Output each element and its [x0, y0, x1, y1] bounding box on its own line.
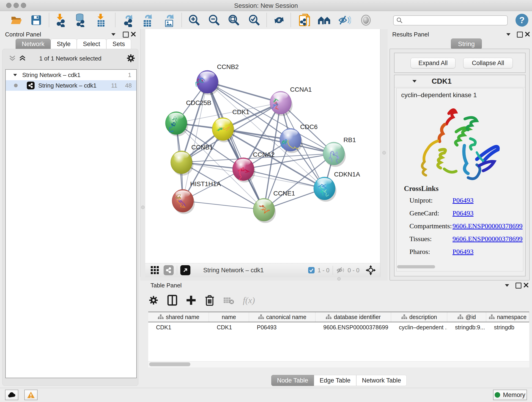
node-table-row[interactable]: CDK1CDK1P064939606.ENSP00000378699cyclin… — [148, 322, 529, 332]
zoom-fit-button[interactable] — [227, 13, 241, 27]
network-row[interactable]: String Network – cdk1 11 48 — [6, 80, 136, 91]
tab-network[interactable]: Network — [16, 39, 51, 49]
node-label-CDC25B[interactable]: CDC25B — [186, 99, 211, 106]
node-label-RB1[interactable]: RB1 — [343, 136, 356, 143]
network-options-gear-icon[interactable] — [126, 54, 135, 63]
string-view-icon[interactable] — [164, 265, 174, 275]
tab-node-table[interactable]: Node Table — [271, 375, 314, 386]
network-canvas[interactable]: CCNB2CCNA1CDC25BCDK1CDC6RB1CCNB1CCNA2CDK… — [145, 29, 380, 263]
network-svg[interactable]: CCNB2CCNA1CDC25BCDK1CDC6RB1CCNB1CCNA2CDK… — [145, 29, 380, 263]
delete-column-trash-icon[interactable] — [205, 295, 215, 306]
control-panel-float-icon[interactable] — [123, 32, 129, 38]
import-network-file-button[interactable] — [53, 13, 67, 27]
import-table-file-button[interactable] — [94, 13, 108, 27]
collapse-all-button[interactable]: Collapse All — [463, 58, 513, 68]
results-panel-float-icon[interactable] — [517, 32, 523, 38]
import-network-database-button[interactable] — [73, 13, 87, 27]
table-panel-close-icon[interactable] — [523, 282, 529, 288]
control-panel-close-icon[interactable] — [131, 32, 136, 37]
table-panel-menu-icon[interactable] — [505, 284, 509, 287]
node-label-CCNA2[interactable]: CCNA2 — [253, 151, 275, 158]
crosslink-compartments-link[interactable]: 9606.ENSP00000378699 — [452, 222, 523, 230]
tab-select[interactable]: Select — [77, 39, 106, 49]
pan-crosshair-icon[interactable] — [365, 265, 376, 275]
cdk1-section-header[interactable]: CDK1 — [394, 75, 525, 87]
save-session-button[interactable] — [29, 13, 43, 27]
cloud-status-button[interactable] — [5, 390, 18, 400]
node-label-CCNE1[interactable]: CCNE1 — [273, 190, 295, 197]
cell--id[interactable]: stringdb:9... — [447, 322, 486, 332]
memory-button[interactable]: Memory — [493, 390, 527, 400]
show-columns-icon[interactable] — [167, 295, 177, 306]
network-collection-row[interactable]: String Network – cdk1 1 — [6, 70, 136, 80]
tab-edge-table[interactable]: Edge Table — [314, 375, 356, 386]
hidden-eye-slash-icon[interactable] — [336, 267, 345, 274]
warnings-button[interactable] — [24, 390, 38, 400]
table-panel-float-icon[interactable] — [515, 283, 521, 288]
node-label-CDKN1A[interactable]: CDKN1A — [334, 171, 360, 178]
column-header-shared-name[interactable]: shared name — [148, 312, 209, 322]
horizontal-splitter[interactable] — [140, 277, 388, 281]
node-label-CCNB1[interactable]: CCNB1 — [191, 144, 213, 151]
right-splitter-handle[interactable] — [382, 151, 386, 154]
left-splitter-handle[interactable] — [141, 206, 145, 209]
right-splitter[interactable] — [380, 29, 388, 277]
birdseye-grid-icon[interactable] — [150, 266, 159, 275]
results-panel-menu-icon[interactable] — [506, 33, 510, 36]
cell-name[interactable]: CDK1 — [209, 322, 249, 332]
crosslink-tissues-link[interactable]: 9606.ENSP00000378699 — [452, 235, 523, 243]
node-label-CCNB2[interactable]: CCNB2 — [217, 63, 239, 70]
control-panel-menu-icon[interactable] — [111, 33, 115, 36]
cell-shared-name[interactable]: CDK1 — [148, 322, 209, 332]
column-header-namespace[interactable]: namespace — [486, 312, 529, 322]
zoom-selected-button[interactable] — [247, 13, 261, 27]
table-options-gear-icon[interactable] — [148, 295, 158, 305]
node-label-CDK1[interactable]: CDK1 — [232, 108, 249, 115]
column-header-database-identifier[interactable]: database identifier — [316, 312, 391, 322]
string-copy-style-button[interactable] — [298, 13, 312, 27]
crosslink-uniprot-link[interactable]: P06493 — [452, 196, 474, 204]
cell-canonical-name[interactable]: P06493 — [249, 322, 316, 332]
cell-description[interactable]: cyclin–dependent ... — [391, 322, 447, 332]
tab-string[interactable]: String — [451, 38, 482, 50]
export-image-button[interactable] — [162, 13, 176, 27]
search-box[interactable] — [393, 15, 508, 26]
node-table-hscrollbar[interactable] — [148, 361, 529, 367]
hide-unhide-button[interactable] — [337, 13, 351, 27]
left-splitter[interactable] — [140, 29, 146, 277]
zoom-out-button[interactable] — [207, 13, 221, 27]
export-table-button[interactable] — [140, 13, 154, 27]
string-home-button[interactable] — [317, 13, 331, 27]
show-eye-button[interactable] — [359, 13, 373, 27]
help-button[interactable]: ? — [515, 14, 528, 27]
tab-network-table[interactable]: Network Table — [356, 375, 407, 386]
open-session-button[interactable] — [10, 13, 23, 27]
cell-database-identifier[interactable]: 9606.ENSP00000378699 — [316, 322, 391, 332]
column-header-canonical-name[interactable]: canonical name — [249, 312, 316, 322]
cell-namespace[interactable]: stringdb — [486, 322, 529, 332]
search-input[interactable] — [403, 17, 500, 24]
node-label-CCNA1[interactable]: CCNA1 — [290, 86, 312, 93]
cdk1-expand-icon[interactable] — [412, 80, 417, 83]
node-label-HIST1H1A[interactable]: HIST1H1A — [190, 180, 221, 187]
create-column-plus-icon[interactable] — [186, 295, 196, 305]
apply-layout-button[interactable] — [272, 13, 286, 27]
results-panel-close-icon[interactable] — [525, 32, 530, 37]
column-header--id[interactable]: @id — [447, 312, 486, 322]
selected-checkbox-icon[interactable] — [308, 267, 315, 274]
horizontal-splitter-handle[interactable] — [337, 277, 341, 281]
column-header-description[interactable]: description — [391, 312, 447, 322]
export-network-button[interactable] — [121, 13, 135, 27]
column-header-name[interactable]: name — [209, 312, 249, 322]
node-label-CDC6[interactable]: CDC6 — [300, 123, 317, 130]
node-table-hscroll-thumb[interactable] — [149, 362, 190, 366]
crosslink-genecard-link[interactable]: P06493 — [452, 209, 474, 217]
collection-expand-icon[interactable] — [13, 74, 17, 76]
tab-style[interactable]: Style — [51, 39, 77, 49]
tab-sets[interactable]: Sets — [106, 39, 131, 49]
results-hscroll-thumb[interactable] — [397, 265, 435, 268]
expand-all-button[interactable]: Expand All — [411, 58, 456, 68]
zoom-in-button[interactable] — [187, 13, 201, 27]
crosslink-pharos-link[interactable]: P06493 — [452, 248, 474, 255]
detach-view-icon[interactable] — [180, 265, 190, 275]
